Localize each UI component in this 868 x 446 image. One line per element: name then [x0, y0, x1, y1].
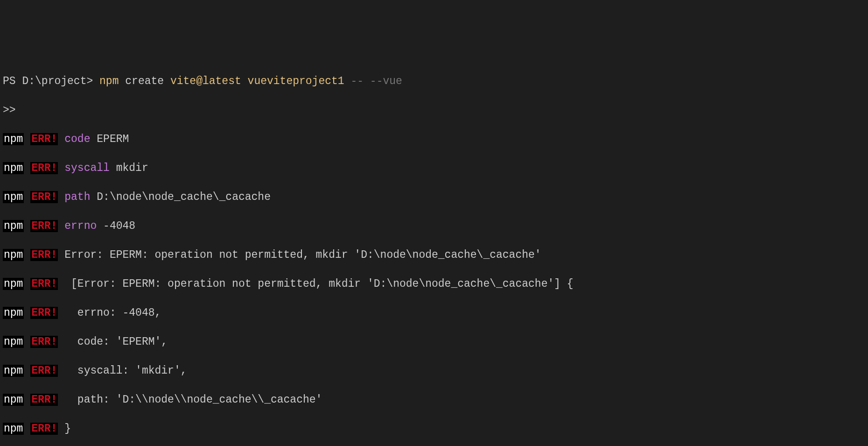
err-tag: ERR!: [30, 249, 58, 261]
npm-tag: npm: [3, 220, 24, 232]
err-tag: ERR!: [30, 307, 58, 319]
prompt-line: PS D:\project> npm create vite@latest vu…: [3, 74, 865, 89]
npm-tag: npm: [3, 191, 24, 203]
npm-tag: npm: [3, 336, 24, 348]
cmd-arg: vite@latest: [170, 75, 241, 87]
err-tag: ERR!: [30, 365, 58, 377]
err-line: npm ERR! code: 'EPERM',: [3, 335, 865, 349]
err-key: errno: [64, 220, 97, 232]
err-line: npm ERR! Error: EPERM: operation not per…: [3, 248, 865, 262]
err-key: syscall: [64, 162, 110, 174]
err-tag: ERR!: [30, 191, 58, 203]
err-line: npm ERR! path D:\node\node_cache\_cacach…: [3, 190, 865, 205]
err-val: mkdir: [116, 162, 148, 174]
err-tag: ERR!: [30, 336, 58, 348]
err-line: npm ERR! errno -4048: [3, 219, 865, 234]
err-text: syscall: 'mkdir',: [64, 365, 187, 377]
npm-tag: npm: [3, 162, 24, 174]
err-line: npm ERR! [Error: EPERM: operation not pe…: [3, 277, 865, 291]
err-key: code: [64, 133, 90, 145]
cmd-bin: npm: [99, 75, 119, 87]
err-line: npm ERR! path: 'D:\\node\\node_cache\\_c…: [3, 393, 865, 407]
err-text: path: 'D:\\node\\node_cache\\_cacache': [64, 394, 322, 406]
err-tag: ERR!: [30, 423, 58, 435]
npm-tag: npm: [3, 133, 24, 145]
err-text: [Error: EPERM: operation not permitted, …: [64, 278, 573, 290]
err-tag: ERR!: [30, 394, 58, 406]
cmd-arg: vueviteproject1: [248, 75, 344, 87]
err-line: npm ERR! errno: -4048,: [3, 306, 865, 320]
err-val: D:\node\node_cache\_cacache: [97, 191, 271, 203]
npm-tag: npm: [3, 278, 24, 290]
err-val: -4048: [103, 220, 135, 232]
err-tag: ERR!: [30, 278, 58, 290]
err-key: path: [64, 191, 90, 203]
npm-tag: npm: [3, 365, 24, 377]
cmd-tail: -- --vue: [350, 75, 402, 87]
cmd-part: create: [125, 75, 164, 87]
err-tag: ERR!: [30, 162, 58, 174]
err-text: errno: -4048,: [64, 307, 161, 319]
cwd: D:\project>: [22, 75, 93, 87]
err-tag: ERR!: [30, 133, 58, 145]
npm-tag: npm: [3, 423, 24, 435]
continuation-prompt: >>: [3, 103, 865, 118]
err-line: npm ERR! syscall mkdir: [3, 161, 865, 176]
err-text: }: [64, 423, 71, 435]
err-line: npm ERR! code EPERM: [3, 132, 865, 147]
npm-tag: npm: [3, 394, 24, 406]
ps-prefix: PS: [3, 75, 16, 87]
err-text: Error: EPERM: operation not permitted, m…: [64, 249, 541, 261]
err-text: code: 'EPERM',: [64, 336, 168, 348]
err-line: npm ERR! }: [3, 422, 865, 436]
err-val: EPERM: [97, 133, 129, 145]
err-tag: ERR!: [30, 220, 58, 232]
err-line: npm ERR! syscall: 'mkdir',: [3, 364, 865, 378]
npm-tag: npm: [3, 307, 24, 319]
terminal-output[interactable]: PS D:\project> npm create vite@latest vu…: [3, 60, 865, 446]
npm-tag: npm: [3, 249, 24, 261]
